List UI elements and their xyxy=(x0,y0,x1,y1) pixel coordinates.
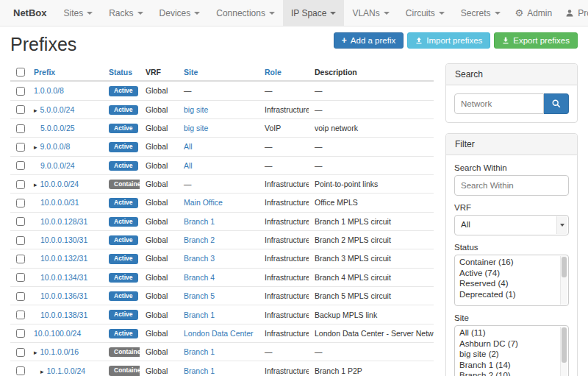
row-checkbox[interactable] xyxy=(16,161,25,170)
scrollbar-thumb[interactable] xyxy=(562,257,567,277)
prefix-link[interactable]: 9.0.0.0/8 xyxy=(40,142,71,151)
row-checkbox[interactable] xyxy=(16,180,25,189)
column-header-status[interactable]: Status xyxy=(103,63,140,81)
select-value: All xyxy=(461,220,470,229)
vrf-select[interactable]: All xyxy=(454,215,569,235)
column-header-role[interactable]: Role xyxy=(259,63,309,81)
prefix-link[interactable]: 5.0.0.0/25 xyxy=(40,124,75,132)
scrollbar[interactable] xyxy=(560,327,567,376)
option-ashburn-dc-7[interactable]: Ashburn DC (7) xyxy=(455,338,568,350)
prefix-link[interactable]: 10.0.0.134/31 xyxy=(40,273,87,282)
status-badge: Active xyxy=(109,310,138,319)
import-prefixes-button[interactable]: Import prefixes xyxy=(407,32,490,49)
row-checkbox[interactable] xyxy=(16,199,25,207)
nav-item-admin[interactable]: ⚙Admin xyxy=(509,0,559,26)
row-checkbox[interactable] xyxy=(16,124,25,133)
role-text: Infrastructure xyxy=(265,329,309,338)
nav-item-ip-space[interactable]: IP Space xyxy=(283,0,344,26)
chevron-down-icon xyxy=(137,12,143,15)
column-sort-link[interactable]: Role xyxy=(265,68,282,77)
app-brand[interactable]: NetBox xyxy=(4,0,56,26)
prefix-link[interactable]: 5.0.0.0/24 xyxy=(40,105,75,114)
option-container-16[interactable]: Container (16) xyxy=(455,257,568,268)
status-listbox[interactable]: Container (16)Active (74)Reserved (4)Dep… xyxy=(454,255,569,306)
chevron-down-icon xyxy=(495,12,501,15)
site-link[interactable]: Branch 4 xyxy=(184,273,215,282)
option-deprecated-1[interactable]: Deprecated (1) xyxy=(455,289,568,300)
prefix-link[interactable]: 10.0.0.128/31 xyxy=(40,217,87,226)
option-active-74[interactable]: Active (74) xyxy=(455,268,568,279)
row-checkbox[interactable] xyxy=(16,329,25,338)
scrollbar-thumb[interactable] xyxy=(562,327,567,363)
scrollbar[interactable] xyxy=(560,256,567,305)
prefix-link[interactable]: 10.0.0.130/31 xyxy=(40,235,87,244)
nav-item-vlans[interactable]: VLANs xyxy=(344,0,397,26)
nav-item-secrets[interactable]: Secrets xyxy=(453,0,509,26)
row-checkbox[interactable] xyxy=(16,348,25,357)
site-link[interactable]: Main Office xyxy=(184,198,223,207)
search-within-input[interactable] xyxy=(454,175,569,196)
nav-item-profile[interactable]: Profile xyxy=(559,0,588,26)
site-link[interactable]: Branch 1 xyxy=(184,366,215,375)
site-link[interactable]: Branch 1 xyxy=(184,311,215,319)
option-all-11[interactable]: All (11) xyxy=(455,327,568,338)
nav-item-circuits[interactable]: Circuits xyxy=(398,0,453,26)
prefix-link[interactable]: 10.0.0.136/31 xyxy=(40,291,87,300)
option-branch-1-14[interactable]: Branch 1 (14) xyxy=(455,360,568,371)
column-sort-link[interactable]: Status xyxy=(109,68,132,77)
column-header-prefix[interactable]: Prefix xyxy=(28,63,103,81)
add-a-prefix-button[interactable]: +Add a prefix xyxy=(334,32,404,49)
table-row: 10.0.0.138/31ActiveGlobalBranch 1Infrast… xyxy=(10,305,434,324)
prefix-link[interactable]: 10.1.0.0/16 xyxy=(40,347,79,356)
prefix-link[interactable]: 10.0.0.132/31 xyxy=(40,254,87,263)
row-checkbox[interactable] xyxy=(16,143,25,152)
prefix-link[interactable]: 1.0.0.0/8 xyxy=(34,86,64,95)
row-checkbox[interactable] xyxy=(16,292,25,301)
nav-item-connections[interactable]: Connections xyxy=(208,0,283,26)
site-link[interactable]: Branch 3 xyxy=(184,254,215,263)
filter-label: Search Within xyxy=(454,163,569,172)
site-link[interactable]: Branch 5 xyxy=(184,291,215,300)
option-branch-2-10[interactable]: Branch 2 (10) xyxy=(455,370,568,376)
row-checkbox[interactable] xyxy=(16,366,25,375)
site-link[interactable]: big site xyxy=(184,124,208,132)
prefix-link[interactable]: 9.0.0.0/24 xyxy=(40,161,75,170)
site-link[interactable]: Branch 1 xyxy=(184,217,215,226)
site-link[interactable]: London Data Center xyxy=(184,329,254,338)
site-listbox[interactable]: All (11)Ashburn DC (7)big site (2)Branch… xyxy=(454,325,569,376)
row-checkbox[interactable] xyxy=(16,311,25,319)
column-header-site[interactable]: Site xyxy=(178,63,259,81)
row-checkbox[interactable] xyxy=(16,87,25,96)
row-checkbox[interactable] xyxy=(16,236,25,245)
row-checkbox[interactable] xyxy=(16,255,25,263)
search-button[interactable] xyxy=(544,93,569,114)
select-all-checkbox[interactable] xyxy=(16,68,25,77)
nav-item-racks[interactable]: Racks xyxy=(101,0,151,26)
prefix-link[interactable]: 10.0.0.138/31 xyxy=(40,311,87,319)
site-link[interactable]: big site xyxy=(184,105,208,114)
site-link[interactable]: Branch 1 xyxy=(184,347,215,356)
caret-right-icon: ▸ xyxy=(34,107,37,114)
row-checkbox[interactable] xyxy=(16,105,25,114)
option-reserved-4[interactable]: Reserved (4) xyxy=(455,278,568,289)
prefix-link[interactable]: 10.0.0.0/31 xyxy=(40,198,79,207)
search-input[interactable] xyxy=(454,93,544,114)
site-link[interactable]: All xyxy=(184,142,193,151)
column-sort-link[interactable]: Prefix xyxy=(34,68,55,77)
nav-item-devices[interactable]: Devices xyxy=(151,0,209,26)
site-link[interactable]: All xyxy=(184,161,193,170)
option-big-site-2[interactable]: big site (2) xyxy=(455,349,568,360)
nav-item-sites[interactable]: Sites xyxy=(56,0,101,26)
row-checkbox[interactable] xyxy=(16,273,25,282)
prefix-link[interactable]: 10.1.0.0/24 xyxy=(47,366,86,375)
description-text: — xyxy=(315,347,323,356)
prefix-link[interactable]: 10.0.0.0/24 xyxy=(40,180,79,188)
site-link[interactable]: Branch 2 xyxy=(184,235,215,244)
table-row: ▸10.0.0.0/24ContainerGlobal—Infrastructu… xyxy=(10,174,434,193)
export-prefixes-button[interactable]: Export prefixes xyxy=(494,32,578,49)
status-badge: Active xyxy=(109,105,138,115)
description-text: Branch 5 MPLS circuit xyxy=(315,291,391,300)
prefix-link[interactable]: 10.0.100.0/24 xyxy=(34,329,81,338)
column-sort-link[interactable]: Site xyxy=(184,68,198,77)
row-checkbox[interactable] xyxy=(16,217,25,226)
